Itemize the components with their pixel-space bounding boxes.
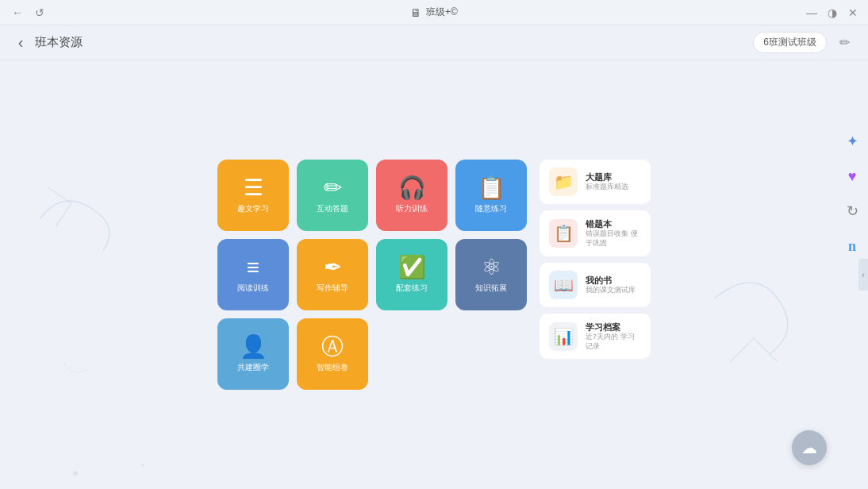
side-item-text-s3: 我的书我的课文测试库 xyxy=(586,275,641,295)
tile-icon-t5: ≡ xyxy=(247,256,259,279)
side-item-sub-s1: 标准题库精选 xyxy=(586,183,641,192)
app-tile-t2[interactable]: ✏互动答题 xyxy=(297,160,368,231)
app-tile-t4[interactable]: 📋随意练习 xyxy=(455,160,527,231)
side-panel: 📁大题库标准题库精选📋错题本错误题目收集 便于巩固📖我的书我的课文测试库📊学习档… xyxy=(540,160,651,359)
app-tile-t9[interactable]: 👤共建圈学 xyxy=(217,318,289,390)
tile-icon-t8: ⚛ xyxy=(482,256,501,279)
tile-icon-t3: 🎧 xyxy=(398,177,426,199)
app-tile-t1[interactable]: ☰趣文学习 xyxy=(217,160,289,231)
main-app-grid: ☰趣文学习✏互动答题🎧听力训练📋随意练习≡阅读训练✒写作辅导✅配套练习⚛知识拓展… xyxy=(217,160,527,390)
navbar-right: 6班测试班级 ✏ xyxy=(753,32,855,54)
side-item-text-s1: 大题库标准题库精选 xyxy=(586,171,641,192)
side-item-sub-s4: 近7天内的 学习记录 xyxy=(586,333,641,351)
minimize-button[interactable]: — xyxy=(806,7,817,18)
star-icon[interactable]: ✦ xyxy=(841,130,863,152)
side-item-s3[interactable]: 📖我的书我的课文测试库 xyxy=(540,263,651,307)
window-controls: — ◑ ✕ xyxy=(806,7,858,18)
tile-icon-t7: ✅ xyxy=(398,256,426,279)
titlebar: ← ↺ 🖥 班级+© — ◑ ✕ xyxy=(0,0,868,25)
side-item-s4[interactable]: 📊学习档案近7天内的 学习记录 xyxy=(540,314,651,360)
app-tile-t6[interactable]: ✒写作辅导 xyxy=(297,239,368,310)
tile-label-t10: 智能组卷 xyxy=(317,363,348,372)
side-item-title-s2: 错题本 xyxy=(586,218,641,229)
edit-button[interactable]: ✏ xyxy=(833,32,855,54)
side-item-icon-s4: 📊 xyxy=(549,322,578,351)
app-tile-t7[interactable]: ✅配套练习 xyxy=(376,239,447,310)
tile-icon-t6: ✒ xyxy=(324,256,342,279)
back-button[interactable]: ← xyxy=(10,5,25,21)
side-item-sub-s3: 我的课文测试库 xyxy=(586,286,641,295)
tile-label-t2: 互动答题 xyxy=(317,204,348,214)
side-item-s2[interactable]: 📋错题本错误题目收集 便于巩固 xyxy=(540,210,651,256)
side-item-text-s2: 错题本错误题目收集 便于巩固 xyxy=(586,218,641,248)
tile-icon-t2: ✏ xyxy=(324,177,342,199)
notification-icon[interactable]: n xyxy=(841,235,863,257)
page-title: 班本资源 xyxy=(35,35,83,50)
side-item-sub-s2: 错误题目收集 便于巩固 xyxy=(586,229,641,248)
nav-back-button[interactable]: ‹ xyxy=(13,35,29,51)
tile-label-t3: 听力训练 xyxy=(396,204,428,214)
tile-label-t7: 配套练习 xyxy=(396,283,428,293)
app-tile-t10[interactable]: Ⓐ智能组卷 xyxy=(297,318,368,390)
tile-label-t6: 写作辅导 xyxy=(317,283,348,293)
tile-icon-t1: ☰ xyxy=(244,177,263,199)
svg-point-1 xyxy=(141,464,144,467)
side-item-s1[interactable]: 📁大题库标准题库精选 xyxy=(540,160,651,204)
app-tile-t5[interactable]: ≡阅读训练 xyxy=(217,239,289,310)
tile-label-t9: 共建圈学 xyxy=(237,363,269,372)
cloud-icon: ☁ xyxy=(801,438,817,457)
tile-label-t8: 知识拓展 xyxy=(475,283,507,293)
side-item-icon-s1: 📁 xyxy=(549,167,578,196)
main-content: ☰趣文学习✏互动答题🎧听力训练📋随意练习≡阅读训练✒写作辅导✅配套练习⚛知识拓展… xyxy=(0,60,868,489)
user-class-selector[interactable]: 6班测试班级 xyxy=(753,32,827,53)
tile-icon-t4: 📋 xyxy=(478,177,505,199)
side-item-icon-s3: 📖 xyxy=(549,271,578,299)
side-item-title-s4: 学习档案 xyxy=(586,322,641,333)
expand-arrow[interactable]: ‹ xyxy=(858,259,868,291)
cloud-button[interactable]: ☁ xyxy=(792,430,827,465)
svg-point-0 xyxy=(73,471,78,476)
refresh-button[interactable]: ↺ xyxy=(32,5,48,21)
app-title-area: 🖥 班级+© xyxy=(410,6,458,19)
tile-icon-t10: Ⓐ xyxy=(321,336,344,358)
tile-label-t5: 阅读训练 xyxy=(237,283,269,293)
app-title: 班级+© xyxy=(426,6,458,19)
grid-spacer-2 xyxy=(455,318,527,390)
grid-spacer-1 xyxy=(376,318,447,390)
theme-button[interactable]: ◑ xyxy=(827,7,838,18)
clock-icon[interactable]: ↻ xyxy=(841,200,863,222)
tile-label-t4: 随意练习 xyxy=(475,204,507,214)
close-button[interactable]: ✕ xyxy=(847,7,858,18)
app-grid-container: ☰趣文学习✏互动答题🎧听力训练📋随意练习≡阅读训练✒写作辅导✅配套练习⚛知识拓展… xyxy=(217,160,651,390)
side-item-title-s1: 大题库 xyxy=(586,171,641,183)
app-tile-t8[interactable]: ⚛知识拓展 xyxy=(455,239,527,310)
navbar-left: ‹ 班本资源 xyxy=(13,35,83,51)
navbar: ‹ 班本资源 6班测试班级 ✏ xyxy=(0,25,868,60)
tile-label-t1: 趣文学习 xyxy=(237,204,269,214)
heart-icon[interactable]: ♥ xyxy=(841,165,863,187)
tile-icon-t9: 👤 xyxy=(240,336,267,358)
app-tile-t3[interactable]: 🎧听力训练 xyxy=(376,160,447,231)
titlebar-nav: ← ↺ xyxy=(10,5,48,21)
side-item-title-s3: 我的书 xyxy=(586,275,641,286)
side-item-text-s4: 学习档案近7天内的 学习记录 xyxy=(586,322,641,352)
right-sidebar: ✦ ♥ ↻ n xyxy=(836,121,868,267)
side-item-icon-s2: 📋 xyxy=(549,219,578,248)
